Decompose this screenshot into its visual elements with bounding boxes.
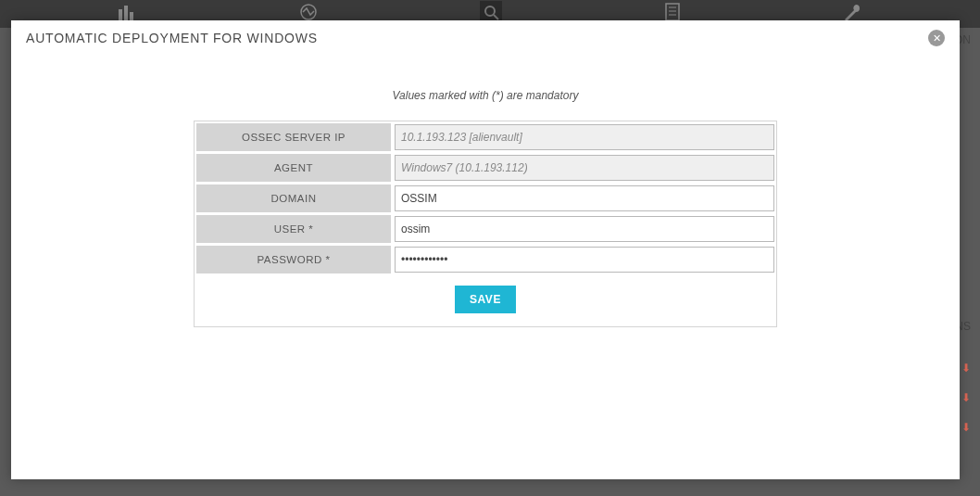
row-ossec-server-ip: OSSEC SERVER IP [196,123,774,151]
svg-rect-4 [480,1,502,23]
row-agent: AGENT [196,154,774,182]
row-user: USER * [196,215,774,243]
modal-header: AUTOMATIC DEPLOYMENT FOR WINDOWS ✕ [11,20,960,52]
label-agent: AGENT [196,154,391,182]
mandatory-note: Values marked with (*) are mandatory [393,89,579,102]
agent-field [395,155,774,181]
password-input[interactable] [395,247,774,273]
user-input[interactable] [395,216,774,242]
ossec-server-ip-field [395,124,774,150]
status-mark-icon: ⬇ [961,421,971,434]
status-mark-icon: ⬇ [961,391,971,404]
row-domain: DOMAIN [196,184,774,212]
status-mark-icon: ⬇ [961,362,971,375]
label-ossec-server-ip: OSSEC SERVER IP [196,123,391,151]
domain-input[interactable] [395,185,774,211]
modal-body: Values marked with (*) are mandatory OSS… [11,52,960,327]
deployment-modal: AUTOMATIC DEPLOYMENT FOR WINDOWS ✕ Value… [11,20,960,479]
label-password: PASSWORD * [196,246,391,273]
svg-rect-2 [130,12,133,20]
save-button[interactable]: SAVE [455,286,516,313]
svg-rect-1 [124,6,128,20]
close-icon: ✕ [933,33,941,44]
svg-rect-7 [666,4,679,20]
form-container: OSSEC SERVER IP AGENT DOMAIN USER * [194,121,777,327]
row-password: PASSWORD * [196,246,774,273]
label-domain: DOMAIN [196,184,391,212]
modal-title: AUTOMATIC DEPLOYMENT FOR WINDOWS [26,31,318,45]
label-user: USER * [196,215,391,243]
close-button[interactable]: ✕ [928,30,945,46]
svg-rect-0 [119,9,122,20]
